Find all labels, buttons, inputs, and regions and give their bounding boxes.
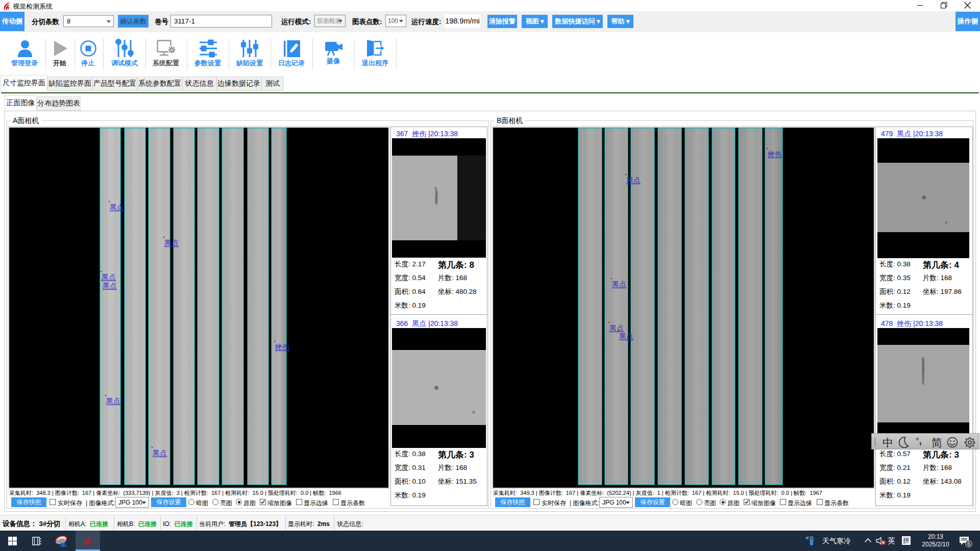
- svg-text:黑点: 黑点: [164, 239, 179, 247]
- svg-text:挫伤: 挫伤: [767, 150, 782, 158]
- svg-text:黑点: 黑点: [626, 176, 641, 184]
- svg-text:黑点: 黑点: [106, 397, 120, 405]
- svg-text:黑点: 黑点: [153, 449, 167, 457]
- svg-text:黑点: 黑点: [609, 324, 624, 332]
- svg-text:挫伤: 挫伤: [275, 343, 289, 351]
- svg-text:6: 6: [967, 541, 970, 547]
- svg-text:黑点: 黑点: [619, 332, 633, 340]
- svg-text:黑点: 黑点: [102, 273, 116, 281]
- svg-text:黑点: 黑点: [612, 280, 626, 288]
- svg-text:黑点: 黑点: [110, 203, 124, 211]
- svg-text:黑点: 黑点: [103, 282, 117, 290]
